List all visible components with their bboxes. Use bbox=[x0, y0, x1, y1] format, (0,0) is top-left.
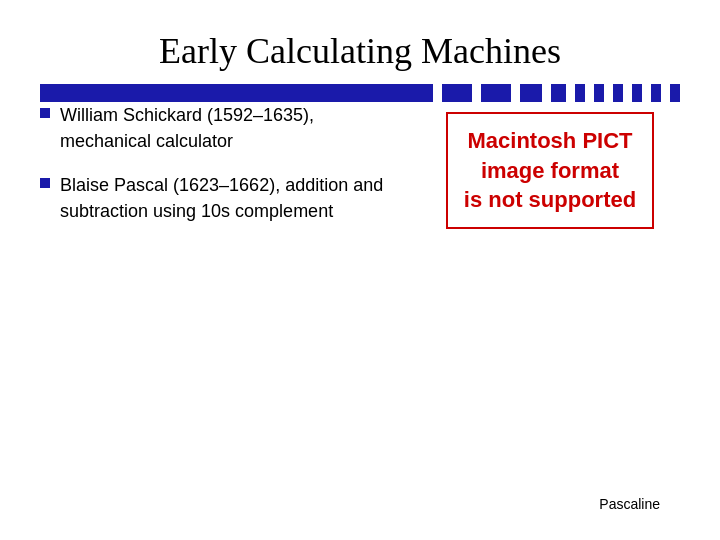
bullet-icon bbox=[40, 178, 50, 188]
pict-error-box: Macintosh PICT image format is not suppo… bbox=[446, 112, 654, 229]
dbar-xshort-1 bbox=[551, 84, 566, 102]
pict-error-line1: Macintosh PICT image format is not suppo… bbox=[464, 126, 636, 215]
pascaline-caption: Pascaline bbox=[599, 496, 660, 512]
slide-title: Early Calculating Machines bbox=[40, 30, 680, 72]
slide: Early Calculating Machines William Schic… bbox=[0, 0, 720, 540]
dbar-xxshort-6 bbox=[670, 84, 680, 102]
dbar-med-1 bbox=[442, 84, 472, 102]
dbar-med-2 bbox=[481, 84, 511, 102]
list-item: William Schickard (1592–1635), mechanica… bbox=[40, 102, 400, 154]
dbar-xxshort-3 bbox=[613, 84, 623, 102]
dbar-xxshort-2 bbox=[594, 84, 604, 102]
dbar-xxshort-4 bbox=[632, 84, 642, 102]
bullet-text-1: William Schickard (1592–1635), mechanica… bbox=[60, 102, 400, 154]
image-placeholder: Macintosh PICT image format is not suppo… bbox=[400, 102, 680, 229]
dbar-long-segment bbox=[40, 84, 433, 102]
dbar-short-1 bbox=[520, 84, 542, 102]
bullet-text-2: Blaise Pascal (1623–1662), addition and … bbox=[60, 172, 400, 224]
list-item: Blaise Pascal (1623–1662), addition and … bbox=[40, 172, 400, 224]
content-area: William Schickard (1592–1635), mechanica… bbox=[40, 102, 680, 242]
dbar-xxshort-5 bbox=[651, 84, 661, 102]
dbar-xxshort-1 bbox=[575, 84, 585, 102]
bullet-list: William Schickard (1592–1635), mechanica… bbox=[40, 102, 400, 242]
bullet-icon bbox=[40, 108, 50, 118]
decoration-bar bbox=[40, 84, 680, 102]
